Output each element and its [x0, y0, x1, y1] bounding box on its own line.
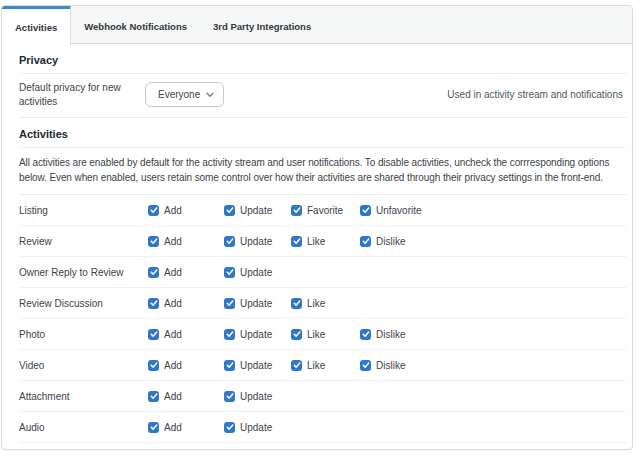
checkbox-add[interactable]	[148, 267, 159, 278]
default-privacy-select-value: Everyone	[158, 89, 200, 100]
checkbox-option-dislike[interactable]: Dislike	[360, 329, 626, 340]
checkbox-label: Add	[164, 391, 182, 402]
checkbox-like[interactable]	[291, 298, 302, 309]
checkbox-label: Unfavorite	[376, 205, 422, 216]
checkbox-update[interactable]	[224, 360, 235, 371]
tab-3rd-party-integrations[interactable]: 3rd Party Integrations	[200, 6, 324, 43]
checkbox-like[interactable]	[291, 236, 302, 247]
check-icon	[293, 206, 301, 214]
checkbox-option-update[interactable]: Update	[224, 422, 291, 433]
checkbox-option-add[interactable]: Add	[148, 329, 224, 340]
activities-description: All activities are enabled by default fo…	[19, 148, 626, 195]
checkbox-label: Dislike	[376, 329, 405, 340]
checkbox-option-add[interactable]: Add	[148, 236, 224, 247]
check-icon	[226, 237, 234, 245]
checkbox-option-like[interactable]: Like	[291, 329, 360, 340]
check-icon	[150, 206, 158, 214]
check-icon	[150, 361, 158, 369]
default-privacy-select[interactable]: Everyone	[145, 82, 224, 107]
checkbox-update[interactable]	[224, 236, 235, 247]
checkbox-add[interactable]	[148, 422, 159, 433]
checkbox-update[interactable]	[224, 267, 235, 278]
tab-activities[interactable]: Activities	[2, 6, 71, 45]
check-icon	[226, 299, 234, 307]
check-icon	[226, 392, 234, 400]
checkbox-option-update[interactable]: Update	[224, 360, 291, 371]
checkbox-like[interactable]	[291, 360, 302, 371]
checkbox-dislike[interactable]	[360, 236, 371, 247]
check-icon	[226, 206, 234, 214]
checkbox-dislike[interactable]	[360, 360, 371, 371]
checkbox-option-add[interactable]: Add	[148, 205, 224, 216]
checkbox-update[interactable]	[224, 391, 235, 402]
checkbox-option-add[interactable]: Add	[148, 391, 224, 402]
checkbox-label: Dislike	[376, 360, 405, 371]
checkbox-option-update[interactable]: Update	[224, 391, 291, 402]
checkbox-update[interactable]	[224, 329, 235, 340]
checkbox-option-update[interactable]: Update	[224, 298, 291, 309]
activity-rows: ListingAddUpdateFavoriteUnfavoriteReview…	[19, 195, 626, 443]
activity-row: PhotoAddUpdateLikeDislike	[19, 319, 626, 350]
checkbox-label: Update	[240, 422, 272, 433]
check-icon	[362, 361, 370, 369]
check-icon	[150, 268, 158, 276]
checkbox-label: Add	[164, 236, 182, 247]
check-icon	[150, 392, 158, 400]
activity-row: VideoAddUpdateLikeDislike	[19, 350, 626, 381]
activity-row: ReviewAddUpdateLikeDislike	[19, 226, 626, 257]
checkbox-option-add[interactable]: Add	[148, 298, 224, 309]
activity-row: Owner Reply to ReviewAddUpdate	[19, 257, 626, 288]
checkbox-label: Add	[164, 422, 182, 433]
checkbox-option-unfavorite[interactable]: Unfavorite	[360, 205, 626, 216]
checkbox-add[interactable]	[148, 205, 159, 216]
check-icon	[293, 299, 301, 307]
activity-row: Review DiscussionAddUpdateLike	[19, 288, 626, 319]
checkbox-label: Like	[307, 298, 325, 309]
checkbox-label: Add	[164, 205, 182, 216]
activity-row-label: Review Discussion	[19, 298, 148, 309]
checkbox-option-dislike[interactable]: Dislike	[360, 236, 626, 247]
checkbox-add[interactable]	[148, 298, 159, 309]
check-icon	[226, 330, 234, 338]
checkbox-option-update[interactable]: Update	[224, 236, 291, 247]
activity-row-label: Photo	[19, 329, 148, 340]
checkbox-label: Update	[240, 205, 272, 216]
checkbox-favorite[interactable]	[291, 205, 302, 216]
default-privacy-note: Used in activity stream and notification…	[447, 89, 626, 100]
checkbox-add[interactable]	[148, 236, 159, 247]
checkbox-update[interactable]	[224, 422, 235, 433]
checkbox-label: Update	[240, 298, 272, 309]
check-icon	[362, 206, 370, 214]
checkbox-label: Add	[164, 360, 182, 371]
checkbox-option-like[interactable]: Like	[291, 298, 360, 309]
checkbox-option-like[interactable]: Like	[291, 360, 360, 371]
check-icon	[362, 330, 370, 338]
checkbox-option-dislike[interactable]: Dislike	[360, 360, 626, 371]
checkbox-option-update[interactable]: Update	[224, 267, 291, 278]
activity-row-label: Owner Reply to Review	[19, 267, 148, 278]
checkbox-add[interactable]	[148, 329, 159, 340]
checkbox-update[interactable]	[224, 298, 235, 309]
checkbox-add[interactable]	[148, 360, 159, 371]
checkbox-option-update[interactable]: Update	[224, 329, 291, 340]
tab-webhook-notifications[interactable]: Webhook Notifications	[71, 6, 200, 43]
checkbox-option-favorite[interactable]: Favorite	[291, 205, 360, 216]
checkbox-add[interactable]	[148, 391, 159, 402]
checkbox-like[interactable]	[291, 329, 302, 340]
settings-panel: ActivitiesWebhook Notifications3rd Party…	[1, 5, 633, 450]
check-icon	[150, 237, 158, 245]
activity-row: AudioAddUpdate	[19, 412, 626, 443]
checkbox-option-add[interactable]: Add	[148, 360, 224, 371]
checkbox-label: Add	[164, 298, 182, 309]
checkbox-option-add[interactable]: Add	[148, 422, 224, 433]
checkbox-update[interactable]	[224, 205, 235, 216]
checkbox-unfavorite[interactable]	[360, 205, 371, 216]
checkbox-option-add[interactable]: Add	[148, 267, 224, 278]
checkbox-option-like[interactable]: Like	[291, 236, 360, 247]
default-privacy-row: Default privacy for new activities Every…	[19, 74, 626, 118]
activity-row: ListingAddUpdateFavoriteUnfavorite	[19, 195, 626, 226]
check-icon	[293, 237, 301, 245]
checkbox-dislike[interactable]	[360, 329, 371, 340]
checkbox-option-update[interactable]: Update	[224, 205, 291, 216]
activity-row: AttachmentAddUpdate	[19, 381, 626, 412]
